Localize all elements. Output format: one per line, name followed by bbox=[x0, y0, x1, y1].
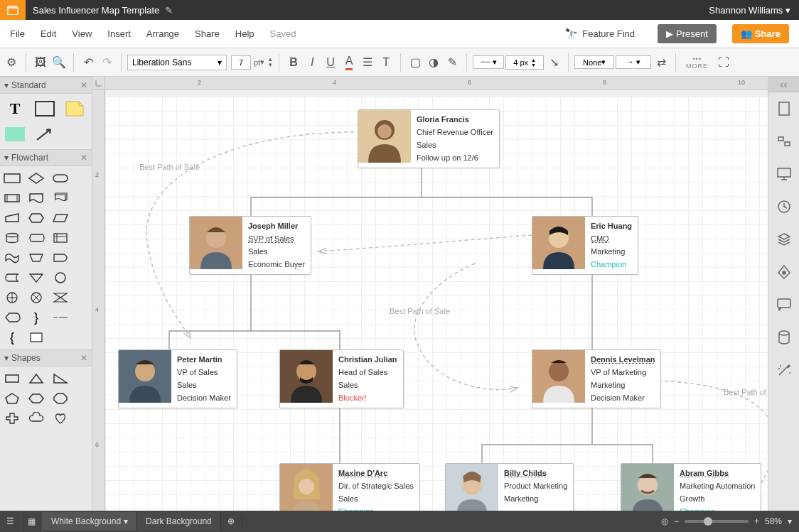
shape-manual-input[interactable] bbox=[3, 210, 21, 226]
fill-color-icon[interactable]: ◑ bbox=[425, 54, 442, 71]
edit-title-icon[interactable]: ✎ bbox=[165, 5, 173, 16]
shape-merge[interactable] bbox=[27, 270, 45, 286]
dock-comments-icon[interactable] bbox=[768, 125, 800, 158]
shape-cloud[interactable] bbox=[27, 411, 45, 426]
menu-help[interactable]: Help bbox=[235, 28, 254, 39]
shape-predefined[interactable] bbox=[3, 190, 21, 206]
shape-summing[interactable] bbox=[27, 290, 45, 305]
shape-triangle[interactable] bbox=[27, 371, 45, 386]
shape-preparation[interactable] bbox=[27, 210, 45, 226]
share-button[interactable]: 👥Share bbox=[732, 24, 789, 43]
dock-data-icon[interactable] bbox=[768, 256, 800, 288]
shape-delay[interactable] bbox=[51, 250, 70, 266]
zoom-slider[interactable] bbox=[685, 520, 749, 523]
dock-magic-icon[interactable] bbox=[768, 354, 800, 386]
menu-arrange[interactable]: Arrange bbox=[146, 28, 179, 39]
dock-page-icon[interactable] bbox=[768, 92, 800, 125]
shape-hexagon[interactable] bbox=[27, 391, 45, 406]
shape-or[interactable] bbox=[3, 290, 21, 305]
shape-display[interactable] bbox=[3, 310, 21, 325]
shape-cross[interactable] bbox=[3, 411, 21, 426]
dock-layers-icon[interactable] bbox=[768, 223, 800, 256]
more-menu[interactable]: •••MORE bbox=[686, 55, 708, 70]
canvas[interactable]: Best Path of Sale Best Path of Sale Best… bbox=[105, 89, 768, 511]
undo-icon[interactable]: ↶ bbox=[80, 54, 97, 71]
line-color-icon[interactable]: ✎ bbox=[444, 54, 461, 71]
shape-decision[interactable] bbox=[27, 170, 45, 186]
annotation-path3[interactable]: Best Path of Sale bbox=[724, 388, 768, 396]
panel-section-flowchart[interactable]: ▾ Flowchart ✕ bbox=[0, 149, 92, 166]
image-icon[interactable]: 🖼 bbox=[32, 54, 49, 71]
page-tab-dark[interactable]: Dark Background bbox=[137, 512, 221, 531]
shape-database[interactable] bbox=[3, 230, 21, 246]
shape-arrow[interactable] bbox=[33, 124, 57, 145]
shape-octagon[interactable] bbox=[51, 391, 70, 406]
line-style-select[interactable]: ┈┈ ▾ bbox=[473, 55, 504, 69]
shape-process[interactable] bbox=[3, 170, 21, 186]
zoom-level[interactable]: 58% bbox=[765, 516, 782, 526]
menu-edit[interactable]: Edit bbox=[41, 28, 56, 39]
shape-block[interactable] bbox=[3, 124, 27, 145]
card-eric[interactable]: Eric Huang CMO Marketing Champion bbox=[532, 216, 638, 275]
shape-heart[interactable] bbox=[51, 411, 70, 426]
menu-share[interactable]: Share bbox=[195, 28, 220, 39]
present-button[interactable]: ▶Present bbox=[658, 24, 717, 43]
shape-brace-left[interactable]: } bbox=[27, 310, 45, 325]
panel-section-standard[interactable]: ▾ Standard ✕ bbox=[0, 77, 92, 94]
search-icon[interactable]: 🔍 bbox=[50, 54, 68, 71]
swap-direction-icon[interactable]: ⇄ bbox=[653, 54, 670, 71]
close-icon[interactable]: ✕ bbox=[80, 353, 87, 363]
shape-terminator[interactable] bbox=[51, 170, 70, 186]
shape-rectangle[interactable] bbox=[33, 98, 57, 119]
shape-note[interactable] bbox=[63, 98, 87, 119]
arrow-start-select[interactable]: None ▾ bbox=[574, 55, 614, 69]
card-gloria[interactable]: Gloria Francis Chief Revenue Officer Sal… bbox=[358, 109, 500, 168]
panel-section-shapes[interactable]: ▾ Shapes ✕ bbox=[0, 349, 92, 367]
italic-icon[interactable]: I bbox=[304, 54, 321, 71]
annotation-path2[interactable]: Best Path of Sale bbox=[390, 307, 450, 315]
shape-internal-storage[interactable] bbox=[51, 230, 70, 246]
shape-multidoc[interactable] bbox=[51, 190, 70, 206]
ruler-corner[interactable] bbox=[92, 77, 105, 89]
shape-manual-op[interactable] bbox=[27, 250, 45, 266]
shape-right-triangle[interactable] bbox=[51, 371, 70, 386]
shape-paper-tape[interactable] bbox=[3, 250, 21, 266]
annotation-path1[interactable]: Best Path of Sale bbox=[139, 163, 200, 171]
card-abram[interactable]: Abram Gibbs Marketing Automation Growth … bbox=[621, 463, 761, 511]
font-unit[interactable]: pt ▾ bbox=[254, 58, 264, 67]
collapse-dock-icon[interactable]: ‹‹ bbox=[768, 77, 799, 92]
menu-file[interactable]: File bbox=[10, 28, 25, 39]
dock-presentation-icon[interactable] bbox=[768, 158, 800, 190]
underline-icon[interactable]: U bbox=[322, 54, 339, 71]
zoom-fit-icon[interactable]: ◎ bbox=[661, 516, 668, 526]
card-maxine[interactable]: Maxine D'Arc Dir. of Strategic Sales Sal… bbox=[279, 463, 420, 511]
ruler-vertical[interactable]: 2 4 6 bbox=[92, 89, 105, 511]
align-icon[interactable]: ☰ bbox=[359, 54, 376, 71]
ruler-horizontal[interactable]: 2 4 6 8 10 bbox=[105, 77, 768, 89]
shape-brace-right[interactable]: { bbox=[3, 330, 21, 345]
app-logo[interactable] bbox=[0, 0, 26, 20]
settings-gear-icon[interactable]: ⚙ bbox=[3, 54, 20, 71]
card-peter[interactable]: Peter Martin VP of Sales Sales Decision … bbox=[118, 349, 237, 408]
zoom-out-icon[interactable]: − bbox=[674, 516, 679, 526]
fullscreen-icon[interactable]: ⛶ bbox=[715, 54, 732, 71]
font-select[interactable]: Liberation Sans▾ bbox=[127, 55, 227, 70]
user-menu[interactable]: Shannon Williams ▾ bbox=[700, 5, 799, 16]
shape-off-page[interactable] bbox=[27, 330, 45, 345]
shape-document[interactable] bbox=[27, 190, 45, 206]
shape-pentagon[interactable] bbox=[3, 391, 21, 406]
text-color-icon[interactable]: A bbox=[340, 54, 358, 71]
shape-outline-icon[interactable]: ▢ bbox=[407, 54, 424, 71]
redo-icon[interactable]: ↷ bbox=[98, 54, 115, 71]
text-box-icon[interactable]: T bbox=[377, 54, 395, 71]
shape-rect2[interactable] bbox=[3, 371, 21, 386]
card-christian[interactable]: Christian Julian Head of Sales Sales Blo… bbox=[279, 349, 404, 408]
zoom-in-icon[interactable]: + bbox=[754, 516, 759, 526]
page-tab-white[interactable]: White Background ▾ bbox=[43, 512, 137, 531]
shape-note-short[interactable] bbox=[51, 310, 70, 325]
line-width-select[interactable]: 4 px ▲▼ bbox=[505, 55, 544, 70]
feature-find[interactable]: 🔭 Feature Find bbox=[564, 28, 635, 40]
card-dennis[interactable]: Dennis Levelman VP of Marketing Marketin… bbox=[532, 349, 661, 408]
shape-data[interactable] bbox=[51, 210, 70, 226]
shape-text[interactable]: T bbox=[3, 98, 27, 119]
